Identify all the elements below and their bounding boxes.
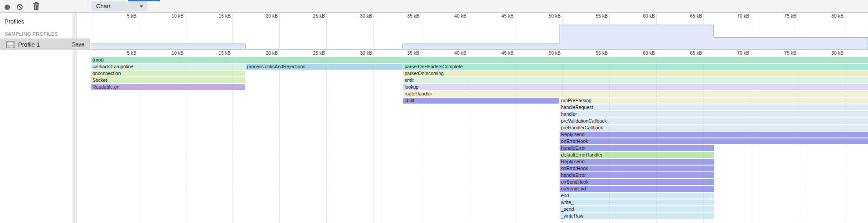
ruler-tick-label: 70 kB [722, 13, 749, 19]
flame-frame[interactable]: (root) [91, 57, 868, 63]
flame-frame[interactable]: write_ [559, 199, 714, 205]
chevron-down-icon [140, 5, 143, 8]
gridline-dotted [279, 57, 280, 223]
gridline-dotted [845, 57, 845, 223]
ruler-tick-label: 55 kB [581, 13, 608, 19]
flame-frame[interactable]: emit [402, 77, 868, 83]
ruler-tick-label: 65 kB [675, 13, 702, 19]
flame-chart-pane: 5 kB5 kB10 kB10 kB15 kB15 kB20 kB20 kB25… [90, 13, 868, 223]
clear-icon[interactable] [17, 4, 23, 10]
ruler-tick-label: 75 kB [769, 50, 796, 56]
active-tab-indicator [128, 0, 160, 1]
flame-frame[interactable]: onErrorHook [559, 138, 868, 144]
gridline-dotted [609, 57, 610, 223]
toolbar-separator [28, 3, 28, 10]
flame-frame[interactable]: onSendHook [559, 179, 714, 185]
flame-frame[interactable]: child [402, 98, 559, 104]
ruler-tick-label: 75 kB [769, 13, 796, 19]
ruler-divider [90, 49, 868, 50]
trash-icon[interactable] [33, 2, 40, 10]
gridline-dotted [373, 57, 374, 223]
sidebar-section-heading: SAMPLING PROFILES [5, 31, 58, 37]
gridline-dotted [138, 57, 138, 223]
flame-frame[interactable]: defaultErrorHandler [559, 152, 714, 158]
gridline-dotted [656, 57, 657, 223]
gridline-dotted [703, 57, 704, 223]
flame-frame[interactable]: callbackTrampoline [91, 64, 245, 70]
sidebar-divider [90, 0, 90, 223]
flame-frame[interactable]: _send [559, 206, 714, 212]
gridline-dotted [515, 57, 515, 223]
ruler-tick-label: 80 kB [816, 13, 844, 19]
flame-frame[interactable]: onconnection [91, 71, 245, 76]
flame-frame[interactable]: preHandlerCallback [559, 125, 868, 131]
ruler-tick-label: 60 kB [628, 50, 655, 56]
flame-frame[interactable]: onErrorHook [559, 166, 714, 171]
ruler-tick-label: 25 kB [298, 13, 325, 19]
flame-frame[interactable]: Reply.send [559, 132, 868, 138]
gridline-dotted [562, 57, 563, 223]
sidebar-title: Profiles [5, 18, 24, 25]
ruler-tick-label: 10 kB [156, 50, 184, 56]
gridline-dotted [468, 57, 468, 223]
ruler-tick-label: 20 kB [251, 13, 278, 19]
ruler-tick-label: 50 kB [533, 50, 561, 56]
gridline-dotted [232, 57, 233, 223]
flame-frame[interactable]: handleError [559, 172, 714, 178]
profile-table-icon [6, 41, 15, 48]
ruler-tick-label: 35 kB [392, 13, 419, 19]
gridline-dotted [185, 57, 185, 223]
flame-frame[interactable]: handleError [559, 145, 714, 151]
ruler-tick-label: 35 kB [392, 50, 419, 56]
ruler-tick-label: 25 kB [298, 50, 325, 56]
gridline-dotted [421, 57, 421, 223]
ruler-tick-label: 30 kB [345, 50, 372, 56]
gridline-dotted [326, 57, 327, 223]
ruler-tick-label: 5 kB [109, 50, 136, 56]
flame-frame[interactable]: _writeRaw [559, 213, 714, 219]
ruler-tick-label: 15 kB [204, 13, 231, 19]
flame-frame[interactable]: parserOnIncoming [402, 71, 868, 76]
ruler-tick-label: 15 kB [204, 50, 231, 56]
gridline-dotted [798, 57, 798, 223]
flame-frame[interactable]: Reply.send [559, 159, 714, 165]
flame-frame[interactable]: processTicksAndRejections [245, 64, 402, 70]
ruler-tick-label: 60 kB [628, 13, 655, 19]
ruler-tick-label: 20 kB [251, 50, 278, 56]
flame-frame[interactable]: preValidationCallback [559, 118, 868, 124]
ruler-tick-label: 55 kB [581, 50, 608, 56]
flame-frame[interactable]: end [559, 193, 714, 199]
flame-frame[interactable]: Socket [91, 77, 245, 83]
flame-frame[interactable]: parserOnHeadersComplete [402, 64, 868, 70]
gridline-dotted [751, 57, 751, 223]
overview-pane[interactable] [91, 18, 868, 50]
ruler-tick-label: 30 kB [345, 13, 372, 19]
flame-frame[interactable]: lookup [402, 84, 868, 90]
flame-frame[interactable]: routeHandler [402, 91, 868, 97]
sidebar: Profiles SAMPLING PROFILES Profile 1 Sav… [0, 13, 90, 223]
ruler-tick-label: 40 kB [439, 50, 466, 56]
ruler-tick-label: 70 kB [722, 50, 749, 56]
record-icon[interactable] [5, 5, 10, 10]
ruler-tick-label: 65 kB [675, 50, 702, 56]
ruler-tick-label: 40 kB [439, 13, 466, 19]
ruler-tick-label: 5 kB [109, 13, 136, 19]
view-mode-select[interactable]: Chart [92, 1, 147, 11]
view-mode-value: Chart [96, 3, 111, 9]
profiler-app: Chart Profiles SAMPLING PROFILES Profile… [0, 0, 868, 223]
flame-frame[interactable]: handleRequest [559, 104, 868, 110]
flame-frame[interactable]: Readable.on [91, 84, 245, 90]
flame-frame[interactable]: onSendEnd [559, 186, 714, 192]
flame-frame[interactable]: runPreParsing [559, 98, 868, 104]
sidebar-item-profile-1[interactable]: Profile 1 Save [0, 38, 90, 50]
profile-name: Profile 1 [18, 41, 40, 48]
ruler-tick-label: 45 kB [486, 13, 514, 19]
flame-frame[interactable]: handler [559, 111, 868, 117]
save-link[interactable]: Save [72, 41, 84, 47]
ruler-tick-label: 45 kB [486, 50, 514, 56]
ruler-tick-label: 50 kB [533, 13, 561, 19]
ruler-tick-label: 80 kB [816, 50, 844, 56]
ruler-tick-label: 10 kB [156, 13, 184, 19]
toolbar: Chart [0, 0, 868, 13]
